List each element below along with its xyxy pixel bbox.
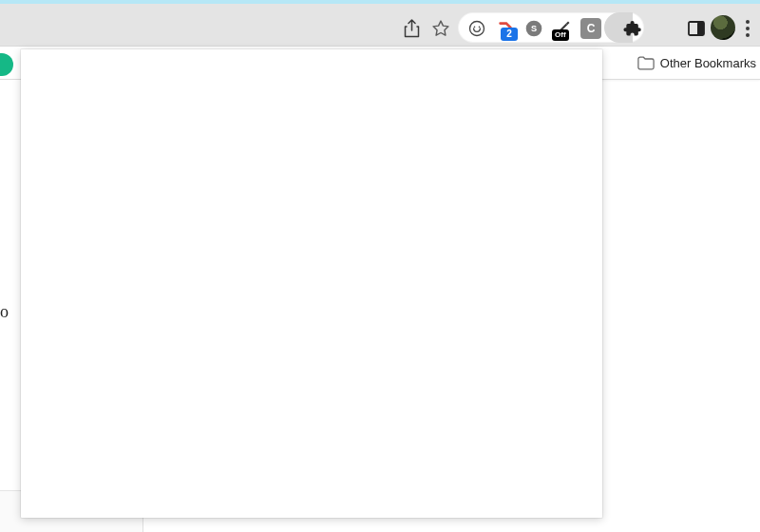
svg-point-9 — [746, 33, 750, 37]
profile-avatar[interactable] — [711, 15, 735, 40]
svg-text:S: S — [531, 24, 537, 33]
extensions-puzzle-button[interactable] — [618, 14, 647, 43]
browser-toolbar: 2 S Off C — [0, 4, 760, 47]
extension-off-badge: Off — [552, 29, 569, 41]
extension-icon-devtools[interactable] — [463, 14, 491, 43]
svg-point-1 — [474, 27, 476, 28]
extension-badge-count: 2 — [501, 28, 518, 41]
extension-icon-pen[interactable]: Off — [548, 14, 577, 43]
browser-menu-button[interactable] — [739, 14, 756, 43]
svg-point-8 — [746, 27, 750, 30]
extension-c-letter: C — [580, 18, 601, 39]
extension-icon-c[interactable]: C — [577, 14, 605, 43]
extension-icon-grey-circle[interactable]: S — [520, 14, 548, 43]
page-text-fragment: o — [0, 302, 9, 322]
svg-rect-6 — [697, 22, 704, 35]
extension-popup-panel[interactable] — [21, 49, 602, 518]
side-panel-button[interactable] — [682, 14, 711, 43]
svg-point-2 — [479, 27, 481, 28]
folder-icon — [637, 56, 655, 70]
other-bookmarks-folder[interactable]: Other Bookmarks — [637, 52, 756, 73]
bookmark-star-button[interactable] — [427, 14, 455, 43]
svg-point-0 — [470, 22, 484, 36]
other-bookmarks-label: Other Bookmarks — [660, 56, 756, 70]
svg-point-7 — [746, 20, 750, 24]
share-button[interactable] — [397, 14, 426, 43]
extension-icon-red[interactable]: 2 — [491, 14, 520, 43]
